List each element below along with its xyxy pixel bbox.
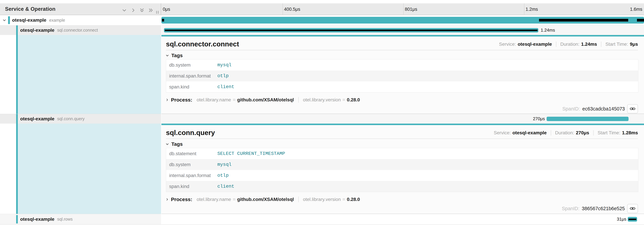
service-color-bar — [16, 124, 18, 214]
span-id-label: SpanID: — [562, 106, 580, 112]
ruler-label-1: 400.5μs — [284, 3, 300, 15]
span-row-conn-query-name[interactable]: otesql-example sql.conn.query — [0, 114, 161, 124]
tag-key: db.system — [166, 62, 217, 68]
process-section-toggle[interactable]: Process: otel.library.name = github.com/… — [165, 97, 360, 103]
duration-value: 1.24ms — [581, 42, 597, 47]
tag-row: internal.span.format otlp — [166, 70, 638, 81]
span-detail-highlight — [18, 124, 161, 214]
child-span-shadow — [637, 19, 644, 22]
duration-label: Duration: — [555, 130, 574, 135]
expand-one-icon[interactable] — [130, 8, 136, 13]
column-resizer-grip[interactable] — [156, 11, 158, 14]
process-value: 0.28.0 — [347, 197, 360, 202]
span-row-conn-query-timeline[interactable]: 270μs — [162, 114, 644, 124]
service-operation-header: Service & Operation — [0, 3, 161, 15]
process-kv: otel.library.version = 0.28.0 — [303, 197, 360, 202]
operation-name: sql.rows — [57, 217, 73, 221]
span-detail-meta: Service: otesql-example Duration: 1.24ms… — [499, 42, 638, 47]
duration-label: Duration: — [560, 42, 580, 47]
process-key: otel.library.version — [303, 97, 341, 103]
tag-row: span.kind client — [166, 181, 638, 192]
span-id-label: SpanID: — [562, 206, 580, 211]
span-duration-label: 1.24ms — [541, 25, 555, 35]
span-detail-left-gutter[interactable] — [0, 35, 161, 114]
operation-name: sql.conn.query — [57, 116, 85, 121]
service-label: Service: — [499, 42, 516, 47]
service-name: otesql-example — [20, 116, 54, 122]
span-duration-label: 270μs — [511, 114, 545, 124]
tags-section-toggle[interactable]: Tags — [165, 141, 183, 147]
start-time-value: 1.28ms — [622, 130, 638, 135]
span-row-example-name[interactable]: otesql-example example — [0, 15, 161, 25]
child-span-shadow — [628, 218, 636, 220]
span-bar-conn-query[interactable] — [546, 117, 628, 121]
chevron-right-icon — [165, 98, 169, 102]
tag-key: internal.span.format — [166, 173, 217, 178]
span-detail-panel-connector-connect: sql.connector.connect Service: otesql-ex… — [162, 35, 644, 114]
service-name: otesql-example — [20, 28, 54, 33]
tag-value: mysql — [217, 162, 232, 167]
service-color-chip — [16, 215, 18, 223]
service-label: Service: — [494, 130, 511, 135]
span-row-connector-connect-name[interactable]: otesql-example sql.connector.connect — [0, 25, 161, 35]
process-kv: otel.library.name = github.com/XSAM/otel… — [197, 97, 294, 103]
divider — [0, 224, 644, 225]
service-name: otesql-example — [20, 216, 54, 222]
process-value: github.com/XSAM/otelsql — [237, 97, 294, 103]
tag-value: otlp — [217, 173, 228, 178]
service-color-chip — [16, 114, 18, 124]
span-duration-label: 31μs — [593, 214, 626, 224]
process-section-toggle[interactable]: Process: otel.library.name = github.com/… — [165, 196, 360, 202]
process-label: Process: — [171, 196, 192, 202]
tag-value: SELECT CURRENT_TIMESTAMP — [217, 151, 285, 156]
link-icon — [630, 206, 636, 211]
span-row-sql-rows-name[interactable]: otesql-example sql.rows — [0, 214, 161, 224]
tags-section-label: Tags — [171, 53, 183, 58]
tag-value: client — [217, 84, 234, 89]
tag-key: db.system — [166, 162, 217, 167]
span-row-sql-rows-timeline[interactable]: 31μs — [162, 214, 644, 224]
tag-row: span.kind client — [166, 81, 638, 92]
child-span-shadow — [539, 19, 628, 22]
process-value: github.com/XSAM/otelsql — [237, 197, 294, 202]
chevron-down-icon — [165, 54, 169, 58]
process-key: otel.library.name — [197, 197, 231, 202]
tag-value: client — [217, 184, 234, 189]
copy-link-button[interactable] — [627, 204, 638, 213]
span-detail-meta: Service: otesql-example Duration: 270μs … — [494, 130, 638, 135]
span-detail-highlight — [18, 35, 161, 114]
tag-key: span.kind — [166, 184, 217, 189]
copy-link-button[interactable] — [627, 104, 638, 113]
tag-key: db.statement — [166, 151, 217, 156]
tags-section-toggle[interactable]: Tags — [165, 53, 183, 58]
span-id-value: 386567c621b6e525 — [582, 206, 625, 211]
operation-name: example — [49, 18, 65, 23]
collapse-one-icon[interactable] — [122, 8, 127, 13]
chevron-right-icon — [165, 197, 169, 201]
child-span-shadow — [162, 19, 164, 22]
service-operation-title: Service & Operation — [5, 3, 56, 15]
ruler-label-4: 1.6ms — [630, 3, 642, 15]
start-time-value: 9μs — [630, 42, 638, 47]
service-value: otesql-example — [512, 130, 547, 135]
timeline-ruler[interactable]: 0μs 400.5μs 801μs 1.2ms 1.6ms — [161, 3, 644, 15]
expand-all-icon[interactable] — [148, 8, 154, 13]
process-label: Process: — [171, 97, 192, 103]
start-time-label: Start Time: — [605, 42, 628, 47]
ruler-tick — [403, 3, 404, 15]
tag-key: internal.span.format — [166, 73, 217, 79]
tag-key: span.kind — [166, 84, 217, 90]
tag-value: otlp — [217, 73, 228, 79]
span-row-connector-connect-timeline[interactable]: 1.24ms — [162, 25, 644, 35]
tag-row: db.system mysql — [166, 60, 638, 70]
operation-name: sql.connector.connect — [57, 28, 98, 33]
tag-row: internal.span.format otlp — [166, 170, 638, 181]
chevron-down-icon[interactable] — [2, 18, 6, 22]
service-color-chip — [16, 25, 18, 35]
span-row-example-timeline[interactable] — [162, 15, 644, 25]
span-id-row: SpanID: 386567c621b6e525 — [562, 204, 638, 213]
span-detail-left-gutter[interactable] — [0, 124, 161, 214]
span-detail-title: sql.conn.query — [166, 129, 215, 137]
span-id-row: SpanID: ec63cadcba145073 — [562, 104, 638, 113]
collapse-all-icon[interactable] — [139, 8, 145, 13]
